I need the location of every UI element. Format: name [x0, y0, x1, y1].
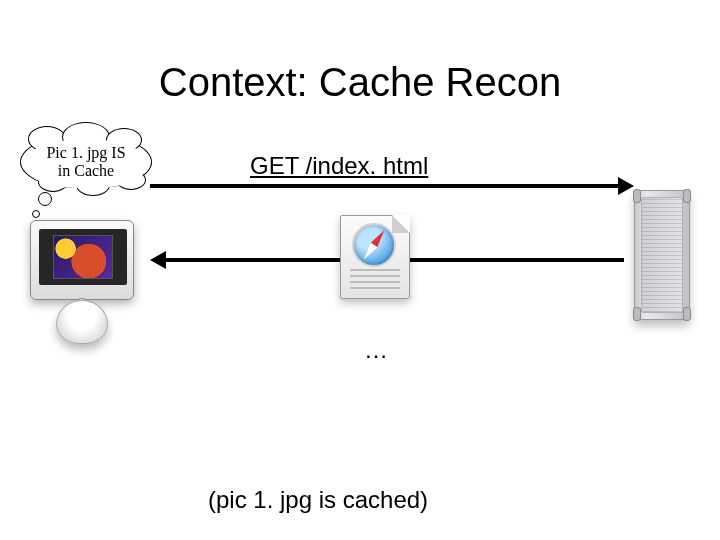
slide-title: Context: Cache Recon: [0, 60, 720, 105]
server-tower-icon: [634, 190, 690, 320]
compass-icon: [352, 223, 396, 267]
safari-html-file-icon: [340, 215, 410, 299]
arrow-request: [150, 184, 620, 188]
thought-cloud: Pic 1. jpg IS in Cache: [20, 136, 152, 196]
cloud-label: Pic 1. jpg IS in Cache: [20, 144, 152, 180]
caption-text: (pic 1. jpg is cached): [208, 486, 428, 514]
desktop-wallpaper-thumb: [53, 235, 113, 279]
request-label: GET /index. html: [250, 152, 428, 180]
imac-g4-icon: [30, 220, 140, 350]
ellipsis-text: …: [364, 336, 388, 364]
